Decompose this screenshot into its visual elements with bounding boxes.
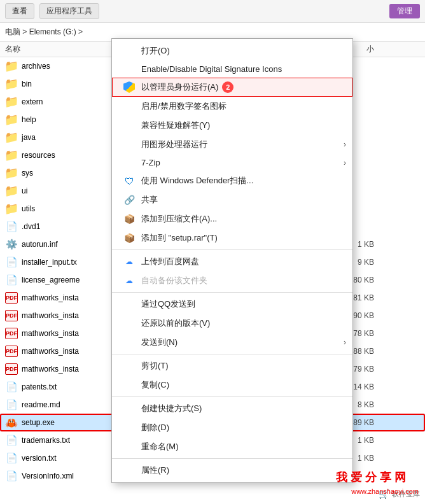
pdf-icon: PDF	[5, 346, 18, 357]
folder-icon: 📁	[5, 149, 18, 162]
explorer-window: 查看 应用程序工具 管理 电脑 > Elements (G:) > 名称 小 📁…	[0, 0, 425, 504]
pdf-icon: PDF	[5, 328, 18, 339]
submenu-arrow: ›	[344, 140, 346, 149]
ctx-label: 还原以前的版本(V)	[141, 318, 210, 329]
submenu-arrow: ›	[344, 338, 346, 347]
ctx-icon-share: 🔗	[122, 195, 136, 205]
view-button[interactable]: 查看	[5, 3, 34, 19]
ctx-label: 用图形处理器运行	[141, 139, 207, 150]
folder-icon: 📁	[5, 202, 18, 215]
software-store: 🛒 软件宝库	[379, 489, 420, 499]
ctx-label: 添加到压缩文件(A)...	[141, 213, 217, 225]
ctx-item-digital_sig[interactable]: Enable/Disable Digital Signature Icons	[112, 60, 352, 78]
ctx-label: 以管理员身份运行(A)	[141, 81, 218, 93]
ctx-separator	[112, 249, 352, 250]
ctx-item-send_to[interactable]: 发送到(N)›	[112, 333, 352, 352]
folder-icon: 📁	[5, 60, 18, 73]
ctx-label: 重命名(M)	[141, 441, 179, 452]
app-tools-button[interactable]: 应用程序工具	[39, 3, 99, 19]
ctx-icon-auto_backup: ☁	[122, 276, 136, 285]
ctx-label: 使用 Windows Defender扫描...	[141, 175, 253, 186]
txt-icon: 📄	[5, 452, 18, 465]
submenu-arrow: ›	[344, 158, 346, 167]
ctx-label: 7-Zip	[141, 158, 160, 167]
ctx-item-compat[interactable]: 兼容性疑难解答(Y)	[112, 116, 352, 135]
ctx-item-share[interactable]: 🔗共享	[112, 190, 352, 209]
pdf-icon: PDF	[5, 310, 18, 321]
folder-icon: 📁	[5, 78, 18, 90]
ctx-icon-run_as_admin	[122, 81, 136, 93]
ctx-label: 添加到 "setup.rar"(T)	[141, 232, 218, 244]
txt-icon: 📄	[5, 470, 18, 482]
ctx-item-create_shortcut[interactable]: 创建快捷方式(S)	[112, 399, 352, 418]
ctx-item-add_rar[interactable]: 📦添加到 "setup.rar"(T)	[112, 228, 352, 248]
ctx-label: 自动备份该文件夹	[141, 275, 207, 286]
folder-icon: 📁	[5, 113, 18, 126]
software-store-label: 软件宝库	[392, 489, 420, 499]
folder-icon: 📁	[5, 185, 18, 197]
ctx-icon-add_archive: 📦	[122, 214, 136, 224]
breadcrumb-text: 电脑 > Elements (G:) >	[5, 27, 83, 38]
manage-button[interactable]: 管理	[389, 4, 420, 18]
ctx-item-enable_digital[interactable]: 启用/禁用数字签名图标	[112, 97, 352, 116]
inf-icon: ⚙️	[5, 238, 18, 251]
ctx-icon-baidu: ☁	[122, 257, 136, 266]
item-badge: 2	[222, 81, 233, 93]
txt-icon: 📄	[5, 381, 18, 393]
ctx-label: 复制(C)	[141, 379, 169, 391]
ctx-label: 启用/禁用数字签名图标	[141, 101, 226, 112]
ctx-item-send_qq[interactable]: 通过QQ发送到	[112, 295, 352, 314]
file-icon: 📄	[5, 220, 18, 233]
pdf-icon: PDF	[5, 363, 18, 375]
ctx-separator	[112, 354, 352, 354]
txt-icon: 📄	[5, 434, 18, 447]
ctx-item-defender[interactable]: 🛡使用 Windows Defender扫描...	[112, 171, 352, 190]
toolbar-area: 查看 应用程序工具 管理	[0, 0, 425, 23]
txt-icon: 📄	[5, 274, 18, 286]
ctx-separator	[112, 396, 352, 397]
ctx-label: 发送到(N)	[141, 337, 178, 348]
ctx-item-restore[interactable]: 还原以前的版本(V)	[112, 314, 352, 333]
ctx-label: 通过QQ发送到	[141, 298, 195, 310]
ctx-label: 上传到百度网盘	[141, 256, 199, 267]
ctx-item-run_as_admin[interactable]: 以管理员身份运行(A)2	[112, 78, 352, 97]
txt-icon: 📄	[5, 256, 18, 269]
ctx-icon-defender: 🛡	[122, 176, 136, 186]
ctx-label: 打开(O)	[141, 45, 170, 57]
ctx-icon-add_rar: 📦	[122, 233, 136, 243]
ctx-item-copy[interactable]: 复制(C)	[112, 375, 352, 395]
ctx-label: 兼容性疑难解答(Y)	[141, 120, 210, 131]
ctx-item-7zip[interactable]: 7-Zip›	[112, 154, 352, 171]
ctx-label: 删除(D)	[141, 422, 169, 433]
pdf-icon: PDF	[5, 292, 18, 304]
ctx-item-open[interactable]: 打开(O)	[112, 41, 352, 60]
ctx-item-baidu[interactable]: ☁上传到百度网盘	[112, 252, 352, 271]
exe-icon: 🦀	[5, 416, 18, 429]
folder-icon: 📁	[5, 95, 18, 108]
folder-icon: 📁	[5, 131, 18, 144]
ctx-label: 共享	[141, 194, 158, 206]
ctx-label: Enable/Disable Digital Signature Icons	[141, 64, 282, 74]
txt-icon: 📄	[5, 398, 18, 411]
ctx-label: 剪切(T)	[141, 360, 169, 372]
ctx-item-auto_backup: ☁自动备份该文件夹	[112, 271, 352, 290]
context-menu: 打开(O)Enable/Disable Digital Signature Ic…	[111, 38, 353, 483]
ctx-item-cut[interactable]: 剪切(T)	[112, 356, 352, 375]
ctx-separator	[112, 458, 352, 459]
ctx-label: 属性(R)	[141, 465, 169, 476]
folder-icon: 📁	[5, 167, 18, 179]
ctx-item-add_archive[interactable]: 📦添加到压缩文件(A)...	[112, 209, 352, 228]
ctx-separator	[112, 292, 352, 293]
ctx-item-gpu_run[interactable]: 用图形处理器运行›	[112, 135, 352, 154]
ctx-item-delete[interactable]: 删除(D)	[112, 418, 352, 437]
ctx-item-rename[interactable]: 重命名(M)	[112, 437, 352, 456]
ctx-item-properties[interactable]: 属性(R)	[112, 461, 352, 480]
ctx-label: 创建快捷方式(S)	[141, 403, 202, 414]
